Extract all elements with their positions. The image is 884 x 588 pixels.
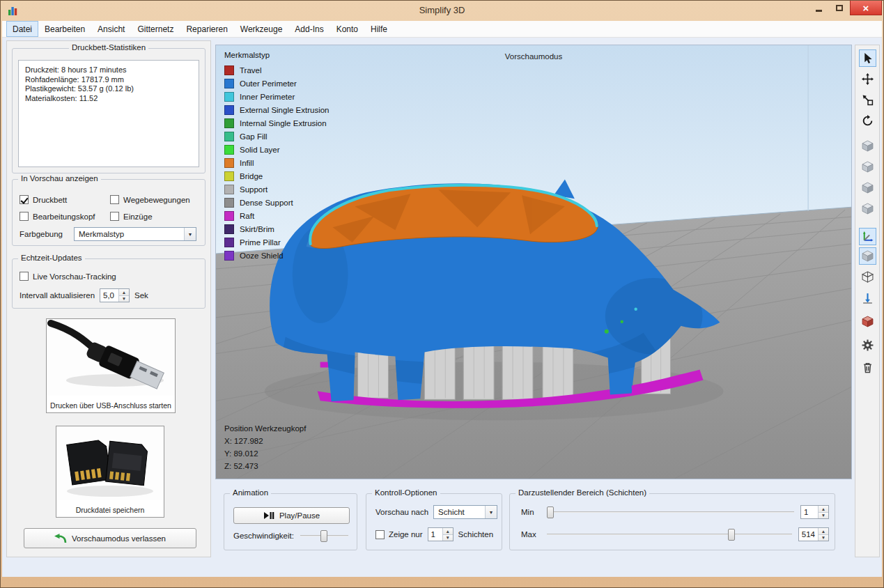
drop-to-bed-icon[interactable] — [859, 289, 876, 307]
legend-color-swatch — [224, 79, 234, 88]
print-over-usb-button[interactable]: Drucken über USB-Anschluss starten — [46, 318, 176, 413]
left-panel: Druckbett-Statistiken Druckzeit: 8 hours… — [6, 40, 211, 557]
rotate-icon[interactable] — [859, 112, 876, 130]
title-bar: Simplify 3D × — [1, 1, 883, 21]
play-pause-icon — [263, 511, 274, 520]
group-title: Kontroll-Optionen — [372, 488, 440, 497]
stat-line: Druckzeit: 8 hours 17 minutes — [25, 65, 192, 75]
legend-color-swatch — [224, 145, 234, 155]
maximize-button[interactable] — [829, 1, 850, 15]
menu-konto[interactable]: Konto — [330, 21, 364, 37]
legend-label: Outer Perimeter — [240, 79, 297, 88]
spinner-down-icon[interactable]: ▼ — [443, 534, 453, 541]
scale-icon[interactable] — [859, 91, 876, 109]
menu-gitternetz[interactable]: Gitternetz — [131, 21, 180, 37]
legend-label: Skirt/Brim — [240, 225, 274, 233]
exit-preview-button[interactable]: Vorschaumodus verlassen — [24, 528, 196, 548]
menu-hilfe[interactable]: Hilfe — [364, 21, 394, 37]
app-window: Simplify 3D × Datei Bearbeiten Ansicht G… — [0, 0, 884, 588]
spinner-down-icon[interactable]: ▼ — [819, 512, 828, 519]
cross-section-cube-icon[interactable] — [859, 313, 876, 330]
view-cube-1-icon[interactable] — [859, 137, 876, 155]
min-label: Min — [521, 508, 541, 516]
menu-addins[interactable]: Add-Ins — [288, 21, 329, 37]
interval-unit: Sek — [134, 291, 148, 300]
interval-spinner[interactable]: 5,0 ▲ ▼ — [100, 288, 130, 302]
view-cube-4-icon[interactable] — [859, 200, 876, 217]
slider-thumb[interactable] — [547, 506, 554, 518]
legend-color-swatch — [224, 251, 234, 261]
menu-datei[interactable]: Datei — [6, 21, 38, 37]
legend-item: Outer Perimeter — [224, 77, 329, 90]
menu-reparieren[interactable]: Reparieren — [180, 21, 233, 37]
legend-color-swatch — [224, 158, 234, 168]
delete-icon[interactable] — [859, 359, 876, 376]
select-cursor-icon[interactable] — [859, 49, 876, 67]
usb-cable-image — [47, 319, 175, 396]
checkbox-show-only[interactable]: Zeige nur — [375, 530, 423, 539]
spinner-down-icon[interactable]: ▼ — [119, 295, 129, 302]
move-icon[interactable] — [859, 70, 876, 88]
stat-line: Materialkosten: 11.52 — [25, 94, 192, 104]
legend-item: Dense Support — [224, 196, 329, 209]
legend-color-swatch — [224, 132, 234, 141]
checkbox-einzuege[interactable]: Einzüge — [110, 212, 153, 221]
slider-thumb[interactable] — [728, 529, 735, 541]
preview-by-select[interactable]: Schicht ▼ — [433, 505, 497, 519]
green-return-arrow-icon — [54, 534, 67, 543]
legend-item: Gap Fill — [224, 130, 329, 143]
menu-bearbeiten[interactable]: Bearbeiten — [38, 21, 91, 37]
settings-gear-icon[interactable] — [859, 336, 876, 354]
min-layer-slider[interactable] — [545, 505, 796, 519]
farbgebung-select[interactable]: Merkmalstyp ▼ — [74, 227, 196, 241]
wireframe-cube-icon[interactable] — [859, 268, 876, 286]
show-only-spinner[interactable]: 1 ▲ ▼ — [428, 527, 453, 541]
view-cube-2-icon[interactable] — [859, 158, 876, 176]
stat-line: Rohfadenlänge: 17817.9 mm — [25, 75, 192, 85]
animation-group: Animation Play/Pause Geschwindigkeit: — [224, 493, 357, 550]
minimize-icon — [816, 10, 822, 12]
group-title: Druckbett-Statistiken — [69, 43, 148, 52]
legend-label: Internal Single Extrusion — [240, 119, 327, 127]
speed-slider[interactable] — [299, 529, 350, 543]
legend-label: Ooze Shield — [240, 252, 284, 260]
spinner-up-icon[interactable]: ▲ — [443, 528, 453, 534]
toolhead-x: X: 127.982 — [224, 435, 306, 447]
min-layer-spinner[interactable]: 1 ▲ ▼ — [800, 505, 829, 519]
coordinate-axes-icon[interactable] — [859, 228, 876, 245]
spinner-value: 1 — [428, 528, 442, 541]
interval-label: Intervall aktualisieren — [20, 291, 95, 300]
play-pause-button[interactable]: Play/Pause — [233, 507, 350, 524]
checkbox-druckbett[interactable]: Druckbett — [20, 195, 67, 204]
view-toolbar — [855, 45, 880, 557]
max-layer-slider[interactable] — [545, 527, 793, 541]
checkbox-wegebewegungen[interactable]: Wegebewegungen — [110, 195, 190, 204]
spinner-down-icon[interactable]: ▼ — [819, 534, 828, 541]
combo-value: Schicht — [434, 506, 485, 518]
view-cube-3-icon[interactable] — [859, 179, 876, 196]
legend-item: Travel — [224, 63, 329, 77]
play-pause-label: Play/Pause — [279, 511, 320, 520]
close-button[interactable]: × — [850, 1, 882, 15]
exit-preview-label: Vorschaumodus verlassen — [72, 534, 166, 543]
slider-thumb[interactable] — [320, 530, 327, 542]
group-title: In Vorschau anzeigen — [18, 174, 101, 183]
max-layer-spinner[interactable]: 514 ▲ ▼ — [798, 527, 829, 541]
minimize-button[interactable] — [808, 1, 829, 15]
legend-color-swatch — [224, 211, 234, 221]
menu-werkzeuge[interactable]: Werkzeuge — [234, 21, 288, 37]
spinner-up-icon[interactable]: ▲ — [819, 528, 828, 534]
checkbox-label: Zeige nur — [389, 530, 423, 539]
checkbox-bearbeitungskopf[interactable]: Bearbeitungskopf — [20, 212, 95, 221]
checkbox-live-tracking[interactable]: Live Vorschau-Tracking — [20, 272, 116, 281]
legend-color-swatch — [224, 238, 234, 247]
default-view-cube-icon[interactable] — [859, 247, 876, 265]
chevron-down-icon: ▼ — [485, 506, 497, 518]
menu-ansicht[interactable]: Ansicht — [91, 21, 131, 37]
save-print-file-button[interactable]: Druckdatei speichern — [56, 426, 164, 518]
spinner-up-icon[interactable]: ▲ — [819, 506, 828, 512]
legend-label: Raft — [240, 212, 254, 220]
layer-range-group: Darzustellender Bereich (Schichten) Min … — [509, 493, 835, 550]
legend-item: External Single Extrusion — [224, 103, 329, 116]
spinner-up-icon[interactable]: ▲ — [119, 289, 129, 295]
